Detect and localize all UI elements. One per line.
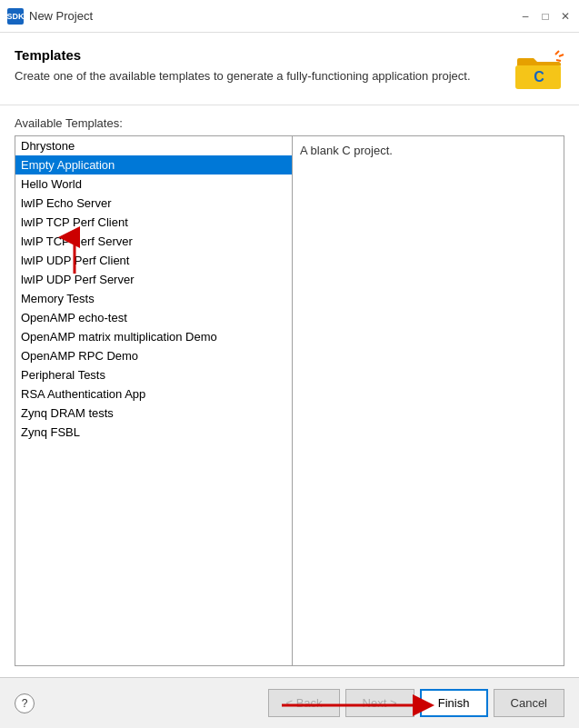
dialog-wrapper: Templates Create one of the available te… [0, 33, 579, 728]
template-description: A blank C project. [300, 144, 393, 157]
next-button[interactable]: Next > [345, 689, 414, 717]
close-button[interactable]: ✕ [559, 10, 572, 23]
template-item-memory-tests[interactable]: Memory Tests [15, 289, 292, 308]
minimize-button[interactable]: – [519, 10, 532, 23]
template-item-empty-application[interactable]: Empty Application [15, 155, 292, 175]
back-button[interactable]: < Back [268, 689, 339, 717]
available-label: Available Templates: [15, 116, 564, 130]
template-item-lwip-tcp-perf-server[interactable]: lwIP TCP Perf Server [15, 232, 292, 251]
button-bar: ? < Back Next > Finish Cancel [0, 677, 579, 728]
cancel-button[interactable]: Cancel [494, 689, 564, 717]
finish-button[interactable]: Finish [420, 689, 488, 717]
template-item-lwip-udp-perf-server[interactable]: lwIP UDP Perf Server [15, 270, 292, 289]
window-controls: – □ ✕ [519, 10, 572, 23]
template-item-rsa-auth-app[interactable]: RSA Authentication App [15, 384, 292, 404]
header-icon: C [514, 47, 564, 94]
dialog-body: Templates Create one of the available te… [0, 33, 579, 677]
title-bar: SDK New Project – □ ✕ [0, 0, 579, 33]
svg-line-4 [559, 55, 564, 56]
header-title: Templates [15, 47, 514, 63]
svg-line-5 [556, 60, 561, 61]
header-text: Templates Create one of the available te… [15, 47, 514, 85]
svg-text:C: C [534, 69, 544, 85]
template-list[interactable]: DhrystoneEmpty ApplicationHello WorldlwI… [15, 136, 293, 665]
template-item-openamp-matrix-demo[interactable]: OpenAMP matrix multiplication Demo [15, 327, 292, 346]
template-item-zynq-dram-tests[interactable]: Zynq DRAM tests [15, 404, 292, 423]
svg-line-3 [555, 51, 559, 55]
header-description: Create one of the available templates to… [15, 68, 514, 85]
maximize-button[interactable]: □ [539, 10, 552, 23]
template-item-zynq-fsbl[interactable]: Zynq FSBL [15, 423, 292, 442]
help-button[interactable]: ? [15, 693, 35, 713]
folder-svg-icon: C [514, 47, 564, 91]
template-item-openamp-echo-test[interactable]: OpenAMP echo-test [15, 308, 292, 327]
header-section: Templates Create one of the available te… [0, 33, 579, 105]
nav-buttons: < Back Next > Finish Cancel [268, 689, 564, 717]
content-section: Available Templates: DhrystoneEmpty Appl… [0, 105, 579, 677]
template-item-hello-world[interactable]: Hello World [15, 175, 292, 194]
description-panel: A blank C project. [293, 136, 564, 665]
app-icon: SDK [7, 8, 24, 25]
template-item-dhrystone[interactable]: Dhrystone [15, 136, 292, 155]
template-item-lwip-tcp-perf-client[interactable]: lwIP TCP Perf Client [15, 213, 292, 232]
template-item-lwip-udp-perf-client[interactable]: lwIP UDP Perf Client [15, 251, 292, 270]
lists-row: DhrystoneEmpty ApplicationHello WorldlwI… [15, 135, 564, 666]
window-title: New Project [29, 9, 514, 23]
template-item-peripheral-tests[interactable]: Peripheral Tests [15, 365, 292, 384]
template-item-openamp-rpc-demo[interactable]: OpenAMP RPC Demo [15, 346, 292, 365]
template-item-lwip-echo-server[interactable]: lwIP Echo Server [15, 194, 292, 213]
